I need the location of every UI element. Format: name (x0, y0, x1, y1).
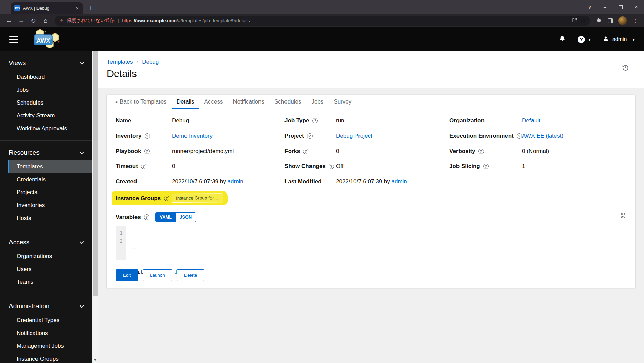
sidebar-item-projects[interactable]: Projects (8, 186, 92, 199)
close-window-icon[interactable]: × (628, 4, 644, 10)
browser-menu-kebab-icon[interactable]: ⋮ (633, 18, 638, 24)
sidebar-item-dashboard[interactable]: Dashboard (8, 71, 92, 84)
tab-back-to-templates[interactable]: ◂ Back to Templates (110, 95, 172, 109)
sidebar-item-workflow-approvals[interactable]: Workflow Approvals (8, 122, 92, 135)
field-label-job-slicing: Job Slicing? (449, 163, 522, 170)
json-toggle-button[interactable]: JSON (176, 213, 196, 222)
field-value-job-type: run (336, 117, 449, 124)
help-menu[interactable]: ? ▾ (578, 36, 591, 43)
instance-group-chip[interactable]: Instance Group for Pri... (172, 193, 223, 203)
browser-profile-avatar[interactable] (618, 16, 627, 25)
editor-code[interactable]: --- wait_minutes: 10 (126, 226, 185, 260)
tab-jobs[interactable]: Jobs (306, 95, 328, 109)
field-label-project: Project? (284, 133, 336, 139)
help-icon[interactable]: ? (144, 214, 149, 220)
tab-access[interactable]: Access (199, 95, 228, 109)
nav-group-views[interactable]: Views (0, 59, 92, 67)
url-host: ://awx.example.com (132, 18, 177, 23)
launch-button[interactable]: Launch (143, 269, 172, 281)
bookmark-star-icon[interactable]: ☆ (580, 17, 586, 24)
yaml-toggle-button[interactable]: YAML (156, 213, 176, 222)
help-icon[interactable]: ? (578, 36, 585, 43)
sidebar-item-activity-stream[interactable]: Activity Stream (8, 109, 92, 122)
variables-code-editor[interactable]: 1 2 --- wait_minutes: 10 (116, 226, 627, 260)
notifications-bell-icon[interactable] (559, 35, 566, 44)
tab-bar: ◂ Back to Templates Details Access Notif… (107, 95, 635, 109)
created-by-admin-link[interactable]: admin (227, 178, 243, 185)
help-icon[interactable]: ? (307, 133, 313, 139)
tab-details[interactable]: Details (172, 95, 199, 109)
help-icon[interactable]: ? (478, 149, 484, 154)
new-tab-button[interactable]: + (89, 5, 93, 12)
scrollbar-thumb[interactable] (93, 51, 98, 296)
help-icon[interactable]: ? (312, 118, 318, 123)
sidebar-item-notifications[interactable]: Notifications (8, 327, 92, 340)
breadcrumb-templates-link[interactable]: Templates (107, 59, 133, 65)
delete-button[interactable]: Delete (177, 269, 205, 281)
help-icon[interactable]: ? (144, 149, 150, 154)
sidebar-item-instance-groups[interactable]: Instance Groups (8, 353, 92, 363)
minimize-icon[interactable]: – (597, 4, 613, 10)
browser-tab[interactable]: AWX AWX | Debug × (11, 2, 83, 14)
sidebar-item-schedules[interactable]: Schedules (8, 96, 92, 109)
sidebar-item-credential-types[interactable]: Credential Types (8, 314, 92, 327)
inventory-link[interactable]: Demo Inventory (172, 133, 213, 139)
help-icon[interactable]: ? (164, 196, 169, 201)
help-icon[interactable]: ? (145, 133, 150, 139)
nav-toggle-hamburger-icon[interactable] (9, 36, 18, 43)
field-value-name: Debug (172, 117, 284, 124)
tab-close-icon[interactable]: × (74, 5, 80, 11)
help-icon[interactable]: ? (141, 164, 146, 169)
sidebar-item-templates[interactable]: Templates (8, 160, 92, 173)
tab-survey[interactable]: Survey (328, 95, 356, 109)
tab-notifications[interactable]: Notifications (228, 95, 269, 109)
url-text[interactable]: https://awx.example.com/#/templates/job_… (122, 18, 250, 23)
variables-header: Variables ? YAML JSON (116, 212, 627, 222)
editor-line-numbers: 1 2 (116, 226, 126, 260)
sidebar-item-credentials[interactable]: Credentials (8, 173, 92, 186)
awx-logo[interactable]: AWX (30, 29, 61, 50)
back-icon[interactable]: ← (3, 17, 15, 24)
help-icon[interactable]: ? (303, 149, 308, 154)
expand-icon[interactable] (620, 212, 626, 220)
breadcrumb-debug-link[interactable]: Debug (142, 59, 159, 65)
extensions-puzzle-icon[interactable] (596, 17, 602, 24)
nav-group-access[interactable]: Access (0, 239, 92, 246)
activity-history-icon[interactable] (622, 64, 629, 73)
url-bar[interactable]: ⚠ 保護されていない通信 | https://awx.example.com/#… (55, 16, 590, 26)
sidebar-item-hosts[interactable]: Hosts (8, 212, 92, 225)
help-icon[interactable]: ? (517, 133, 522, 139)
security-warning-icon[interactable]: ⚠ (59, 18, 64, 23)
sidebar-item-organizations[interactable]: Organizations (8, 250, 92, 263)
sidebar-item-teams[interactable]: Teams (8, 276, 92, 289)
security-warning-text[interactable]: 保護されていない通信 (67, 18, 115, 24)
scrollbar-down-arrow-icon[interactable]: ▼ (92, 358, 98, 362)
sidebar-scrollbar[interactable]: ▼ (92, 51, 98, 363)
help-icon[interactable]: ? (483, 164, 489, 169)
field-label-last-modified: Last Modified (284, 178, 336, 185)
sidebar-item-users[interactable]: Users (8, 263, 92, 276)
field-value-created: 2022/10/7 6:07:39 by admin (172, 178, 284, 185)
field-label-inventory: Inventory? (116, 133, 172, 139)
sidebar-item-jobs[interactable]: Jobs (8, 84, 92, 96)
tab-schedules[interactable]: Schedules (269, 95, 306, 109)
nav-group-resources[interactable]: Resources (0, 149, 92, 156)
home-icon[interactable]: ⌂ (40, 17, 51, 24)
nav-group-administration[interactable]: Administration (0, 302, 92, 310)
maximize-icon[interactable] (613, 4, 628, 10)
tab-search-icon[interactable]: ∨ (582, 4, 597, 10)
project-link[interactable]: Debug Project (336, 133, 372, 139)
execution-environment-link[interactable]: AWX EE (latest) (522, 133, 563, 139)
sidebar-item-inventories[interactable]: Inventories (8, 199, 92, 212)
share-icon[interactable] (572, 17, 577, 24)
sidebar-item-management-jobs[interactable]: Management Jobs (8, 340, 92, 353)
reload-icon[interactable]: ↻ (28, 17, 39, 25)
user-menu[interactable]: admin ▾ (603, 36, 635, 43)
organization-link[interactable]: Default (522, 117, 540, 124)
user-name: admin (612, 36, 627, 42)
modified-by-admin-link[interactable]: admin (391, 178, 407, 185)
help-icon[interactable]: ? (329, 164, 334, 169)
edit-button[interactable]: Edit (116, 269, 138, 281)
side-panel-icon[interactable] (608, 18, 613, 23)
forward-icon[interactable]: → (16, 17, 27, 24)
